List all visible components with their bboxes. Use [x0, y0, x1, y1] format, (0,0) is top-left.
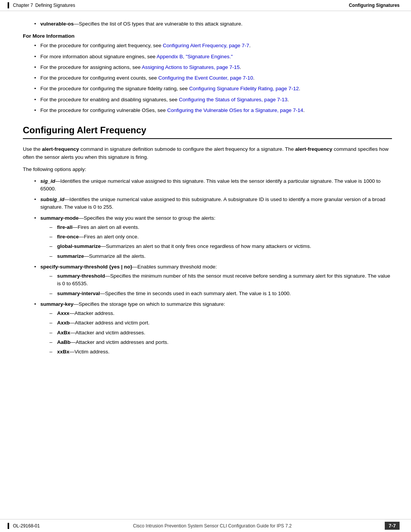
specify-summary-term: specify-summary-threshold {yes | no}	[40, 264, 132, 270]
specify-summary-sub-list: summary-threshold—Specifies the minimum …	[49, 272, 392, 297]
axxx-term: Axxx	[57, 310, 69, 316]
fmi-item-7-suffix: .	[303, 107, 305, 113]
summary-interval-term: summary-interval	[57, 291, 100, 296]
footer-bar-icon	[8, 523, 9, 529]
fmi-item-5-suffix: .	[299, 86, 300, 91]
for-more-info-heading: For More Information	[23, 33, 392, 39]
fmi-link-5[interactable]: Configuring Signature Fidelity Rating, p…	[189, 86, 299, 91]
list-item: summary-key—Specifies the storage type o…	[34, 300, 392, 356]
aabb-rest: —Attacker and victim addresses and ports…	[70, 339, 168, 345]
section-options-label: The following options apply:	[23, 165, 392, 174]
list-item: fire-once—Fires an alert only once.	[49, 233, 392, 241]
fmi-item-1-suffix: .	[249, 43, 251, 48]
header-chapter-title: Defining Signatures	[35, 3, 75, 8]
axbx-rest: —Attacker and victim addresses.	[70, 330, 145, 335]
list-item: For the procedure for configuring event …	[34, 74, 392, 82]
header-bar: Chapter 7 Defining Signatures Configurin…	[0, 0, 411, 11]
axxb-term: Axxb	[57, 320, 70, 326]
fmi-link-2[interactable]: Appendix B, "Signature Engines."	[156, 54, 233, 59]
header-right-label: Configuring Signatures	[349, 3, 400, 8]
list-item: For the procedure for configuring alert …	[34, 42, 392, 50]
fmi-link-1[interactable]: Configuring Alert Frequency, page 7-7	[163, 43, 249, 48]
subsig-id-term: subsig_id	[40, 197, 64, 202]
section-intro: Use the alert-frequency command in signa…	[23, 145, 392, 161]
list-item: xxBx—Victim address.	[49, 348, 392, 356]
footer-left: OL-29168-01	[8, 523, 40, 529]
header-chapter-label: Chapter 7	[13, 3, 33, 8]
list-item: AaBb—Attacker and victim addresses and p…	[49, 339, 392, 346]
summary-interval-rest: —Specifies the time in seconds used in e…	[100, 291, 291, 296]
fire-all-term: fire-all	[57, 224, 73, 230]
vulnerable-os-rest: —Specifies the list of OS types that are…	[74, 21, 242, 27]
fmi-link-7[interactable]: Configuring the Vulnerable OSes for a Si…	[167, 107, 303, 113]
fmi-item-4-suffix: .	[253, 75, 255, 81]
summary-threshold-term: summary-threshold	[57, 273, 105, 279]
summary-mode-sub-list: fire-all—Fires an alert on all events. f…	[49, 224, 392, 260]
page-container: Chapter 7 Defining Signatures Configurin…	[0, 0, 411, 532]
fmi-link-3[interactable]: Assigning Actions to Signatures, page 7-…	[142, 64, 239, 70]
fmi-item-6-suffix: .	[287, 97, 289, 102]
fmi-item-2-prefix: For more information about signature eng…	[40, 54, 156, 59]
list-item: summarize—Summarize all the alerts.	[49, 252, 392, 260]
list-item: For the procedure for configuring vulner…	[34, 107, 392, 114]
subsig-id-rest: —Identifies the unique numerical value a…	[40, 197, 386, 210]
list-item: summary-threshold—Specifies the minimum …	[49, 272, 392, 288]
footer-right-label: 7-7	[385, 522, 400, 530]
sig-id-term: sig_id	[40, 178, 55, 184]
fmi-item-7-prefix: For the procedure for configuring vulner…	[40, 107, 167, 113]
list-item: For the procedure for configuring the si…	[34, 85, 392, 93]
list-item: For the procedure for enabling and disab…	[34, 96, 392, 104]
fmi-link-4[interactable]: Configuring the Event Counter, page 7-10	[158, 75, 253, 81]
fmi-item-1-prefix: For the procedure for configuring alert …	[40, 43, 163, 48]
global-summarize-rest: —Summarizes an alert so that it only fir…	[101, 243, 311, 249]
list-item: subsig_id—Identifies the unique numerica…	[34, 196, 392, 211]
list-item: Axxb—Attacker address and victim port.	[49, 319, 392, 327]
list-item: summary-interval—Specifies the time in s…	[49, 290, 392, 297]
section-title: Configuring Alert Frequency	[23, 125, 392, 139]
axxx-rest: —Attacker address.	[69, 310, 115, 316]
fire-once-term: fire-once	[57, 234, 79, 240]
alert-freq-term-1: alert-frequency	[42, 146, 79, 152]
xxbx-term: xxBx	[57, 349, 69, 355]
intro-bullet-item: vulnerable-os—Specifies the list of OS t…	[34, 20, 392, 28]
axxb-rest: —Attacker address and victim port.	[70, 320, 150, 326]
aabb-term: AaBb	[57, 339, 70, 345]
footer-center-label: Cisco Intrusion Prevention System Sensor…	[133, 523, 292, 529]
fmi-item-5-prefix: For the procedure for configuring the si…	[40, 86, 189, 91]
footer: OL-29168-01 Cisco Intrusion Prevention S…	[0, 519, 411, 532]
fmi-item-6-prefix: For the procedure for enabling and disab…	[40, 97, 179, 102]
xxbx-rest: —Victim address.	[69, 349, 110, 355]
list-item: fire-all—Fires an alert on all events.	[49, 224, 392, 231]
list-item: For the procedure for assigning actions,…	[34, 64, 392, 71]
summarize-term: summarize	[57, 253, 84, 259]
list-item: Axxx—Attacker address.	[49, 310, 392, 317]
header-bar-icon	[8, 2, 9, 8]
summary-threshold-rest: —Specifies the minimum number of hits th…	[57, 273, 390, 286]
fmi-link-6[interactable]: Configuring the Status of Signatures, pa…	[179, 97, 287, 102]
axbx-term: AxBx	[57, 330, 70, 335]
fmi-item-3-suffix: .	[240, 64, 241, 70]
intro-bullet-list: vulnerable-os—Specifies the list of OS t…	[34, 20, 392, 28]
list-item: global-summarize—Summarizes an alert so …	[49, 243, 392, 250]
fire-all-rest: —Fires an alert on all events.	[73, 224, 140, 230]
specify-summary-rest: —Enables summary threshold mode:	[132, 264, 217, 270]
summary-key-term: summary-key	[40, 301, 73, 307]
fmi-item-4-prefix: For the procedure for configuring event …	[40, 75, 158, 81]
list-item: AxBx—Attacker and victim addresses.	[49, 329, 392, 337]
sig-id-rest: —Identifies the unique numerical value a…	[40, 178, 381, 192]
footer-left-label: OL-29168-01	[13, 523, 40, 529]
list-item: summary-mode—Specifies the way you want …	[34, 214, 392, 260]
summary-mode-term: summary-mode	[40, 215, 79, 221]
alert-freq-term-2: alert-frequency	[295, 146, 333, 152]
summary-mode-rest: —Specifies the way you want the sensor t…	[79, 215, 215, 221]
list-item: For more information about signature eng…	[34, 53, 392, 61]
global-summarize-term: global-summarize	[57, 243, 101, 249]
fire-once-rest: —Fires an alert only once.	[79, 234, 139, 240]
summary-key-rest: —Specifies the storage type on which to …	[73, 301, 225, 307]
list-item: specify-summary-threshold {yes | no}—Ena…	[34, 263, 392, 297]
header-left: Chapter 7 Defining Signatures	[8, 2, 75, 8]
summarize-rest: —Summarize all the alerts.	[84, 253, 146, 259]
for-more-info-list: For the procedure for configuring alert …	[34, 42, 392, 114]
options-list: sig_id—Identifies the unique numerical v…	[34, 177, 392, 356]
vulnerable-os-term: vulnerable-os	[40, 21, 74, 27]
